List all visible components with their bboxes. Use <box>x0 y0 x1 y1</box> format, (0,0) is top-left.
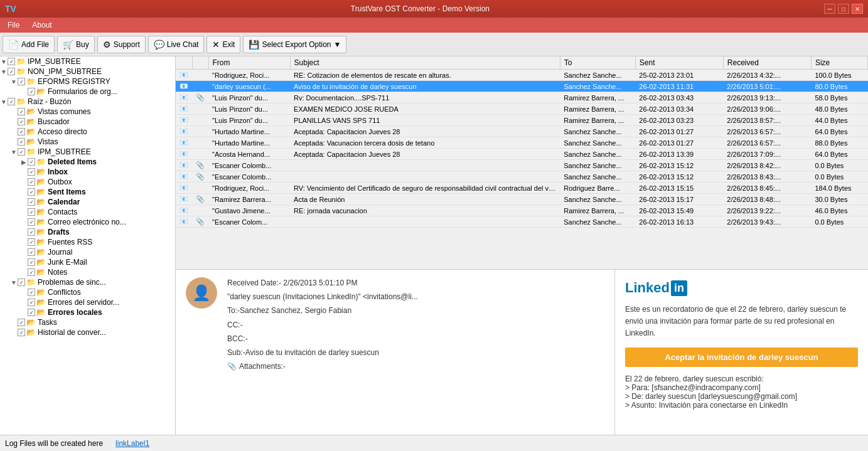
tree-item-fuentes-rss[interactable]: 📂 Fuentes RSS <box>0 237 175 247</box>
tree-item-junk-email[interactable]: 📂 Junk E-Mail <box>0 257 175 267</box>
table-row[interactable]: 📧 📎 "Escaner Colom... Sanchez Sanche... … <box>176 216 868 228</box>
menu-about[interactable]: About <box>27 19 56 31</box>
tree-checkbox[interactable] <box>18 78 25 85</box>
tree-item-problemas-sinc[interactable]: ▼ 📁 Problemas de sinc... <box>0 277 175 287</box>
tree-label: Sent Items <box>48 188 86 196</box>
tree-item-drafts[interactable]: 📂 Drafts <box>0 227 175 237</box>
tree-checkbox[interactable] <box>28 248 35 256</box>
tree-item-errores-locales[interactable]: 📂 Errores locales <box>0 307 175 317</box>
table-row[interactable]: 📧 "Hurtado Martine... Aceptada: Capacita… <box>176 126 868 137</box>
tree-checkbox[interactable] <box>28 289 35 296</box>
tree-checkbox[interactable] <box>8 58 15 65</box>
tree-checkbox[interactable] <box>28 258 35 266</box>
table-row[interactable]: 📧 "Luis Pinzon" du... PLANILLAS VANS SPS… <box>176 115 868 126</box>
col-received-header[interactable]: Received <box>723 56 811 70</box>
link-label[interactable]: linkLabel1 <box>115 439 149 448</box>
tree-item-ipm-subtree2[interactable]: ▼ 📁 IPM_SUBTREE <box>0 147 175 157</box>
tree-label: IPM_SUBTREE <box>28 57 81 66</box>
tree-item-outbox[interactable]: 📂 Outbox <box>0 177 175 187</box>
tree-item-ipm-subtree[interactable]: ▼ 📁 IPM_SUBTREE <box>0 56 175 66</box>
tree-checkbox[interactable] <box>18 118 25 125</box>
tree-checkbox[interactable] <box>28 299 35 306</box>
email-attach-icon <box>192 205 208 216</box>
table-row[interactable]: 📧 📎 "Escaner Colomb... Sanchez Sanche...… <box>176 171 868 183</box>
table-row[interactable]: 📧 "Rodriguez, Roci... RV: Vencimiento de… <box>176 183 868 194</box>
email-to: Ramirez Barrera, ... <box>560 92 635 103</box>
tree-checkbox[interactable] <box>28 188 35 196</box>
tree-checkbox[interactable] <box>28 178 35 186</box>
tree-checkbox[interactable] <box>18 138 25 146</box>
tree-item-conflictos[interactable]: 📂 Conflictos <box>0 287 175 297</box>
email-from: "Escaner Colom... <box>208 216 290 228</box>
tree-item-contacts[interactable]: 📂 Contacts <box>0 207 175 217</box>
accept-invitation-button[interactable]: Aceptar la invitación de darley suescun <box>625 348 858 367</box>
table-row[interactable]: 📧 📎 "Ramirez Barrera... Acta de Reunión … <box>176 194 868 205</box>
tree-checkbox[interactable] <box>28 238 35 246</box>
table-row[interactable]: 📧 📎 "Luis Pinzon" du... Rv: Documentacio… <box>176 92 868 103</box>
exit-button[interactable]: ✕ Exit <box>206 36 240 53</box>
tree-item-vistas-comunes[interactable]: 📂 Vistas comunes <box>0 107 175 117</box>
table-row[interactable]: 📧 📎 "Escaner Colomb... Sanchez Sanche...… <box>176 160 868 171</box>
tree-checkbox[interactable] <box>28 268 35 276</box>
tree-item-journal[interactable]: 📂 Journal <box>0 247 175 257</box>
tree-item-inbox[interactable]: 📂 Inbox <box>0 167 175 177</box>
live-chat-button[interactable]: 💬 Live Chat <box>148 36 205 53</box>
tree-checkbox[interactable] <box>28 218 35 226</box>
email-received: 2/26/2013 6:57:... <box>723 137 811 149</box>
col-from-header[interactable]: From <box>208 56 290 70</box>
maximize-button[interactable]: □ <box>838 4 849 14</box>
minimize-button[interactable]: ─ <box>824 4 835 14</box>
tree-checkbox[interactable] <box>28 309 35 316</box>
tree-checkbox[interactable] <box>28 168 35 176</box>
email-to: Sanchez Sanche... <box>560 216 635 228</box>
tree-item-deleted-items[interactable]: ▶ 📁 Deleted Items <box>0 157 175 167</box>
col-size-header[interactable]: Size <box>811 56 867 70</box>
tree-checkbox[interactable] <box>18 108 25 115</box>
col-sent-header[interactable]: Sent <box>635 56 723 70</box>
tree-checkbox[interactable] <box>18 329 25 336</box>
select-export-button[interactable]: 💾 Select Export Option ▼ <box>243 36 346 53</box>
tree-item-sent-items[interactable]: 📂 Sent Items <box>0 187 175 197</box>
col-subject-header[interactable]: Subject <box>290 56 560 70</box>
tree-item-buscador[interactable]: 📂 Buscador <box>0 117 175 127</box>
tree-checkbox[interactable] <box>28 158 35 166</box>
tree-checkbox[interactable] <box>28 198 35 206</box>
table-row[interactable]: 📧 "darley suescun (... Aviso de tu invit… <box>176 81 868 92</box>
tree-item-notes[interactable]: 📂 Notes <box>0 267 175 277</box>
table-row[interactable]: 📧 "Luis Pinzon" du... EXAMEN MEDICO JOSE… <box>176 103 868 115</box>
tree-checkbox[interactable] <box>18 128 25 135</box>
buy-button[interactable]: 🛒 Buy <box>57 36 95 53</box>
email-sent: 26-02-2013 11:31 <box>635 81 723 92</box>
tree-item-historial[interactable]: 📂 Historial de conver... <box>0 327 175 337</box>
table-row[interactable]: 📧 "Acosta Hernand... Aceptada: Capacitac… <box>176 149 868 160</box>
tree-item-vistas[interactable]: 📂 Vistas <box>0 137 175 147</box>
col-to-header[interactable]: To <box>560 56 635 70</box>
tree-checkbox[interactable] <box>18 279 25 286</box>
tree-checkbox[interactable] <box>28 208 35 216</box>
tree-checkbox[interactable] <box>18 148 25 156</box>
tree-item-eforms-registry[interactable]: ▼ 📁 EFORMS REGISTRY <box>0 77 175 87</box>
tree-checkbox[interactable] <box>8 98 15 105</box>
email-to: Rodriguez Barre... <box>560 183 635 194</box>
table-row[interactable]: 📧 "Rodriguez, Roci... RE: Cotizacion de … <box>176 70 868 81</box>
tree-item-correo-no[interactable]: 📂 Correo electrónico no... <box>0 217 175 227</box>
tree-item-calendar[interactable]: 📂 Calendar <box>0 197 175 207</box>
tree-checkbox[interactable] <box>28 228 35 236</box>
tree-item-formularios[interactable]: 📂 Formularios de org... <box>0 87 175 97</box>
tree-item-acceso-directo[interactable]: 📂 Acceso directo <box>0 127 175 137</box>
email-size: 46.0 Bytes <box>811 205 867 216</box>
table-row[interactable]: 📧 "Hurtado Martine... Aceptada: Vacunaci… <box>176 137 868 149</box>
support-button[interactable]: ⚙ Support <box>97 36 146 53</box>
menu-file[interactable]: File <box>3 19 24 31</box>
tree-item-non-ipm-subtree[interactable]: ▼ 📁 NON_IPM_SUBTREE <box>0 66 175 77</box>
tree-checkbox[interactable] <box>18 319 25 326</box>
tree-item-raiz-buzon[interactable]: ▼ 📁 Raíz - Buzón <box>0 97 175 107</box>
email-from: "Luis Pinzon" du... <box>208 92 290 103</box>
tree-item-tasks[interactable]: 📂 Tasks <box>0 317 175 327</box>
tree-item-errores-servidor[interactable]: 📂 Errores del servidor... <box>0 297 175 307</box>
add-file-button[interactable]: 📄 Add File <box>3 36 55 53</box>
table-row[interactable]: 📧 "Gustavo Jimene... RE: jornada vacunac… <box>176 205 868 216</box>
tree-checkbox[interactable] <box>8 68 15 75</box>
close-button[interactable]: ✕ <box>852 4 863 14</box>
tree-checkbox[interactable] <box>28 88 35 95</box>
